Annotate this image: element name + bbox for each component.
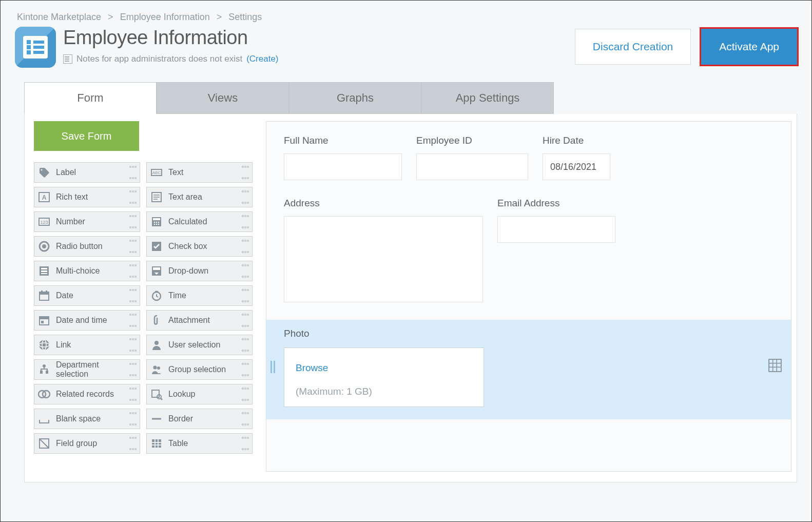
palette-item-dept[interactable]: Department selection bbox=[34, 359, 140, 380]
photo-dropzone[interactable]: Browse (Maximum: 1 GB) bbox=[284, 347, 484, 407]
palette-item-richtext[interactable]: ARich text bbox=[34, 187, 140, 207]
breadcrumb-item[interactable]: Kintone Marketplace bbox=[17, 12, 101, 22]
photo-field-selected[interactable]: Photo Browse (Maximum: 1 GB) bbox=[266, 320, 791, 419]
palette-item-lookup[interactable]: Lookup bbox=[146, 384, 253, 404]
svg-rect-29 bbox=[41, 291, 43, 293]
palette-item-label: Drop-down bbox=[168, 266, 238, 276]
palette-item-label: Radio button bbox=[56, 242, 125, 251]
palette-item-table[interactable]: Table bbox=[146, 433, 253, 454]
border-icon bbox=[149, 412, 164, 426]
tab-form[interactable]: Form bbox=[24, 82, 157, 114]
grip-icon bbox=[242, 190, 249, 204]
palette-item-groupsel[interactable]: Group selection bbox=[146, 359, 253, 380]
tab-graphs[interactable]: Graphs bbox=[289, 82, 421, 114]
svg-text:A: A bbox=[42, 194, 47, 201]
max-size-text: (Maximum: 1 GB) bbox=[296, 386, 472, 397]
hire-date-label: Hire Date bbox=[543, 135, 610, 146]
palette-item-radio[interactable]: Radio button bbox=[34, 236, 140, 257]
svg-point-35 bbox=[39, 340, 49, 350]
svg-rect-34 bbox=[41, 321, 44, 323]
palette-item-tag[interactable]: Label bbox=[34, 162, 140, 183]
svg-line-48 bbox=[161, 398, 162, 400]
activate-app-button[interactable]: Activate App bbox=[701, 29, 797, 65]
palette-item-label: Border bbox=[168, 414, 238, 423]
palette-item-datetime[interactable]: Date and time bbox=[34, 310, 140, 331]
grip-icon bbox=[242, 264, 249, 278]
palette-item-checkbox[interactable]: Check box bbox=[146, 236, 253, 257]
svg-text:123: 123 bbox=[40, 220, 48, 225]
calc-icon bbox=[149, 215, 164, 229]
palette-item-user[interactable]: User selection bbox=[146, 335, 253, 355]
palette-item-label: Related records bbox=[56, 390, 125, 399]
discard-creation-button[interactable]: Discard Creation bbox=[575, 29, 691, 65]
grip-icon bbox=[129, 363, 137, 376]
palette-item-border[interactable]: Border bbox=[146, 409, 253, 429]
palette-item-label: Label bbox=[56, 168, 125, 177]
palette-item-group[interactable]: Field group bbox=[34, 433, 140, 454]
address-label: Address bbox=[284, 198, 483, 209]
breadcrumb-item[interactable]: Employee Information bbox=[120, 12, 210, 22]
palette-item-text[interactable]: ABCText bbox=[146, 162, 253, 183]
page-title: Employee Information bbox=[63, 27, 575, 49]
palette-item-label: Multi-choice bbox=[56, 266, 125, 276]
palette-item-attach[interactable]: Attachment bbox=[146, 310, 253, 331]
email-input[interactable] bbox=[497, 216, 615, 243]
grip-icon bbox=[129, 166, 137, 179]
palette-item-link[interactable]: Link bbox=[34, 335, 140, 355]
svg-point-38 bbox=[154, 341, 159, 345]
svg-point-12 bbox=[154, 222, 156, 223]
date-icon bbox=[36, 288, 52, 303]
tab-views[interactable]: Views bbox=[157, 82, 289, 114]
table-icon bbox=[149, 436, 164, 451]
palette-item-related[interactable]: Related records bbox=[34, 384, 140, 404]
palette-item-number[interactable]: 123Number bbox=[34, 211, 140, 232]
full-name-input[interactable] bbox=[284, 153, 402, 180]
breadcrumb-sep: > bbox=[108, 12, 113, 22]
hire-date-input[interactable] bbox=[543, 153, 610, 180]
related-icon bbox=[36, 387, 52, 401]
tab-app-settings[interactable]: App Settings bbox=[421, 82, 554, 114]
svg-point-43 bbox=[157, 366, 160, 370]
save-form-button[interactable]: Save Form bbox=[34, 121, 139, 151]
grip-icon bbox=[129, 314, 137, 327]
address-input[interactable] bbox=[284, 216, 483, 302]
form-canvas[interactable]: Full Name Employee ID Hire Date Address bbox=[266, 121, 791, 472]
palette-item-blank[interactable]: Blank space bbox=[34, 409, 140, 429]
table-settings-icon[interactable] bbox=[768, 359, 782, 372]
blank-icon bbox=[36, 412, 52, 426]
textarea-icon bbox=[149, 190, 164, 204]
dropdown-icon bbox=[149, 264, 164, 278]
svg-rect-33 bbox=[40, 317, 49, 319]
palette-item-date[interactable]: Date bbox=[34, 285, 140, 306]
drag-handle-icon[interactable] bbox=[270, 361, 275, 373]
grip-icon bbox=[129, 437, 137, 450]
checkbox-icon bbox=[149, 239, 164, 254]
full-name-label: Full Name bbox=[284, 135, 402, 146]
grip-icon bbox=[242, 240, 249, 253]
palette-item-label: Table bbox=[168, 439, 238, 448]
svg-rect-22 bbox=[41, 268, 47, 269]
grip-icon bbox=[129, 215, 137, 228]
svg-rect-46 bbox=[152, 390, 159, 397]
grip-icon bbox=[129, 264, 137, 278]
palette-item-label: Field group bbox=[56, 439, 125, 448]
palette-item-label: Time bbox=[168, 291, 238, 300]
palette-item-textarea[interactable]: Text area bbox=[146, 187, 253, 207]
svg-point-15 bbox=[154, 224, 156, 225]
palette-item-label: Department selection bbox=[56, 360, 125, 379]
browse-link[interactable]: Browse bbox=[296, 362, 472, 374]
text-icon: ABC bbox=[149, 165, 164, 180]
svg-rect-50 bbox=[152, 439, 161, 448]
palette-item-time[interactable]: Time bbox=[146, 285, 253, 306]
grip-icon bbox=[129, 190, 137, 204]
grip-icon bbox=[129, 240, 137, 253]
create-notes-link[interactable]: (Create) bbox=[246, 54, 278, 64]
palette-item-dropdown[interactable]: Drop-down bbox=[146, 261, 253, 281]
employee-id-input[interactable] bbox=[416, 153, 528, 180]
grip-icon bbox=[129, 289, 137, 302]
palette-item-label: Group selection bbox=[168, 365, 238, 374]
lookup-icon bbox=[149, 387, 164, 401]
palette-item-multichoice[interactable]: Multi-choice bbox=[34, 261, 140, 281]
grip-icon bbox=[242, 289, 249, 302]
palette-item-calc[interactable]: Calculated bbox=[146, 211, 253, 232]
